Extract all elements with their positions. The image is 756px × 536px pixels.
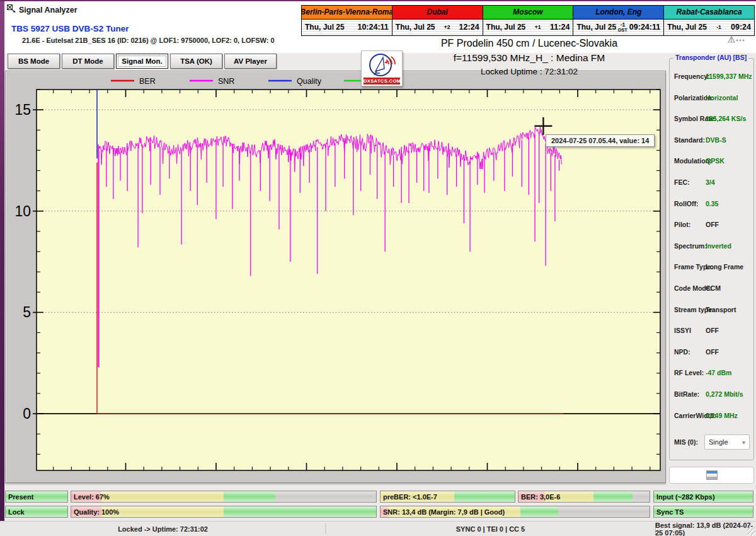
mis-dropdown[interactable]: Single ▾ (704, 434, 750, 450)
tab-av-player[interactable]: AV Player (224, 54, 277, 69)
field-label: Frequency: (674, 73, 710, 80)
transponder-row: CarrierWidth: 0,249 MHz (670, 412, 753, 421)
bar-label: preBER: <1.0E-7 (383, 491, 437, 502)
clock-time: 09:24 (731, 23, 751, 32)
bar-segment-gray (633, 491, 650, 502)
transponder-row: Frame Type: Long Frame (670, 263, 753, 272)
bar-preber: preBER: <1.0E-7 (380, 491, 515, 503)
resize-grip[interactable] (747, 527, 755, 535)
transponder-row: FEC: 3/4 (670, 178, 753, 187)
transponder-row: RollOff: 0.35 (670, 200, 753, 209)
clock-time: 11:24 (550, 23, 570, 32)
bar-segment-green (224, 491, 275, 502)
field-value: 0,272 Mbit/s (706, 390, 743, 398)
satellite-dish-icon (6, 4, 16, 16)
transponder-panel-title: Transponder (AU) [BS] (673, 54, 748, 61)
clock-berlin-paris-vienna-roma: Berlin-Paris-Vienna-Roma Thu, Jul 25 10:… (302, 6, 392, 35)
tab-tsa-ok-[interactable]: TSA (OK) (170, 54, 222, 69)
field-value: Transport (706, 306, 736, 313)
field-value: CCM (706, 284, 721, 292)
clock-date: Thu, Jul 25 (305, 23, 345, 32)
bar-segment-green (454, 491, 515, 502)
svg-text:BER: BER (139, 77, 156, 86)
bar-label: Sync TS (656, 506, 684, 517)
world-clocks: Berlin-Paris-Vienna-Roma Thu, Jul 25 10:… (301, 5, 755, 36)
transponder-row: Pilot: OFF (670, 221, 753, 230)
bar-label: Present (8, 491, 33, 502)
site-title: PF Prodelin 450 cm / Lucenec-Slovakia (391, 38, 668, 49)
clock-utc-offset: -1DST (616, 22, 629, 33)
field-label: RF Level: (674, 369, 704, 376)
status-uptime: Locked -> Uptime: 72:31:02 (0, 521, 326, 536)
transponder-row: Spectrum: Inverted (670, 242, 753, 251)
bar-quality: Quality: 100% (71, 506, 377, 518)
svg-text:15: 15 (14, 102, 31, 118)
bar-label: Quality: 100% (74, 506, 119, 517)
clock-moscow: Moscow Thu, Jul 25 +1 11:24 (483, 6, 574, 35)
bar-ber: BER: 3,0E-6 (518, 491, 650, 503)
clock-time: 12:24 (459, 23, 479, 32)
window-frame-left (0, 0, 4, 536)
clock-city: Dubai (392, 6, 483, 20)
transponder-row: Code Mode: CCM (670, 284, 753, 293)
transponder-row: ISSYI OFF (670, 327, 753, 335)
tab-dt-mode[interactable]: DT Mode (62, 54, 114, 69)
bar-label: SNR: 13,4 dB (Margin: 7,9 dB | Good) (383, 506, 505, 517)
clock-date: Thu, Jul 25 (576, 23, 616, 32)
bar-segment-green (520, 506, 558, 517)
field-label: NPD: (674, 348, 690, 356)
field-value: Horizontal (706, 94, 738, 102)
mode-tabs: BS ModeDT ModeSignal Mon.TSA (OK)AV Play… (8, 54, 277, 69)
bar-segment-gray (275, 491, 376, 502)
svg-text:SNR: SNR (218, 77, 234, 86)
field-label: Spectrum: (674, 242, 707, 250)
field-label: Standard: (674, 136, 705, 144)
window-title: Signal Analyzer (19, 6, 77, 15)
mis-label: MIS (0): (674, 438, 698, 446)
bar-label: BER: 3,0E-6 (521, 491, 560, 502)
bar-label: Lock (8, 506, 25, 517)
transponder-row: BitRate: 0,272 Mbit/s (670, 390, 753, 399)
field-label: ISSYI (674, 327, 691, 334)
chart-tooltip: 2024-07-25 07.05.44, value: 14 (546, 134, 655, 147)
transponder-row: NPD: OFF (670, 348, 753, 357)
logo-text: DXSATCS.COM (364, 78, 400, 84)
clock-date: Thu, Jul 25 (486, 23, 526, 32)
frequency-title: f=11599,530 MHz_H_ : Medina FM (391, 52, 668, 64)
bar-segment-green (224, 506, 376, 517)
mis-value: Single (709, 438, 728, 446)
field-label: RollOff: (674, 200, 699, 207)
locked-uptime: Locked Uptime : 72:31:02 (391, 67, 668, 76)
signal-chart-panel: 051015BERSNRQualityLevel 2024-07-25 07.0… (5, 71, 666, 483)
bar-lock: Lock (5, 506, 68, 518)
field-value: OFF (706, 327, 719, 334)
bar-syncts: Sync TS (653, 506, 753, 518)
clock-utc-offset: +2 (435, 25, 459, 30)
bar-snr: SNR: 13,4 dB (Margin: 7,9 dB | Good) (380, 506, 650, 518)
list-icon (706, 470, 718, 480)
clock-time: 10:24:11 (357, 23, 388, 32)
field-value: QPSK (706, 157, 724, 165)
field-value: OFF (706, 221, 719, 228)
transponder-row: Polarization: Horizontal (670, 94, 753, 103)
transponder-row: RF Level: -47 dBm (670, 369, 753, 378)
clock-date: Thu, Jul 25 (667, 23, 707, 32)
bar-segment-yellow (101, 506, 224, 517)
field-value: DVB-S (706, 136, 726, 144)
field-value: Inverted (706, 242, 731, 250)
svg-text:Quality: Quality (297, 77, 322, 86)
antenna-icon (724, 35, 746, 46)
field-value: 0,249 MHz (706, 412, 738, 419)
bar-segment-gray (558, 506, 650, 517)
clock-london-eng: London, Eng Thu, Jul 25 -1DST 09:24:11 (573, 6, 664, 35)
status-sync: SYNC 0 | TEI 0 | CC 5 (326, 521, 655, 536)
transponder-row: Symbol Rate: 185,264 KS/s (670, 115, 753, 124)
stream-list-button[interactable] (669, 467, 754, 484)
field-label: FEC: (674, 178, 690, 186)
tab-bs-mode[interactable]: BS Mode (8, 54, 60, 69)
clock-city: Moscow (483, 6, 573, 20)
tab-signal-mon-[interactable]: Signal Mon. (116, 54, 168, 69)
clock-time: 09:24:11 (629, 23, 660, 32)
clock-city: Berlin-Paris-Vienna-Roma (302, 6, 392, 20)
field-value: 3/4 (706, 178, 715, 186)
